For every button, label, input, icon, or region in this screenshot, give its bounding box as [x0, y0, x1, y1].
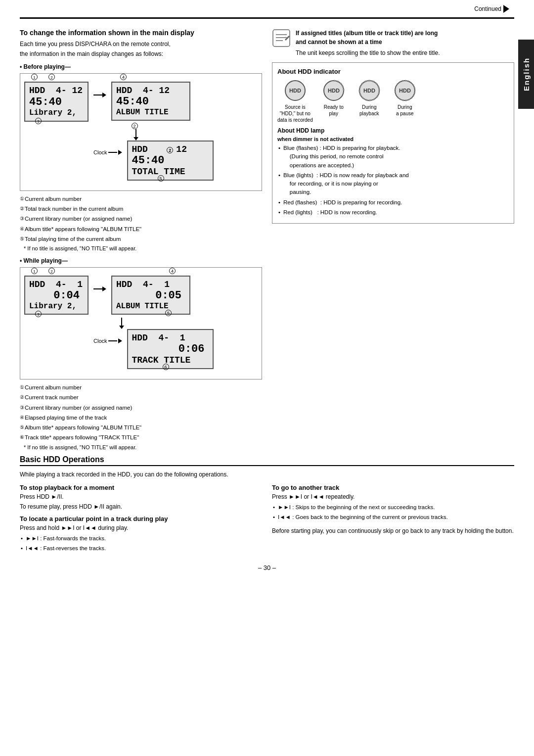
hdd-icon-2: HDD	[322, 79, 345, 102]
disp-desc2: the information in the main display chan…	[20, 49, 262, 58]
basic-hdd-title: Basic HDD Operations	[20, 455, 514, 464]
before-notes-list: Current album number Total track number …	[20, 195, 262, 243]
left-column: To change the information shown in the m…	[20, 29, 262, 450]
locate-item-2: I◄◄ : Fast-reverses the tracks.	[20, 544, 262, 553]
continued-arrow-icon	[503, 5, 509, 13]
hdd-indicator-box: About HDD indicator HDD Source is"HDD," …	[272, 62, 514, 224]
circle-5: 5	[158, 175, 164, 182]
notes-box: If assigned titles (album title or track…	[272, 29, 514, 57]
hdd-icons-row: HDD Source is"HDD," but nodata is record…	[277, 79, 509, 123]
basic-right: To go to another track Press ►►I or I◄◄ …	[272, 484, 514, 555]
circle-1: 1	[31, 74, 38, 80]
circle-2c: 2	[167, 147, 173, 153]
while-lcd2: HDD 4- 1 0:05 ALBUM TITLE	[111, 276, 190, 315]
goto-press: Press ►►I or I◄◄ repeatedly.	[272, 493, 514, 500]
circle-3: 3	[35, 118, 42, 124]
while-note-6: Track title* appears following "TRACK TI…	[20, 433, 262, 442]
goto-item-1: ►►I : Skips to the beginning of the next…	[272, 503, 514, 512]
locate-item-1: ►►I : Fast-forwards the tracks.	[20, 534, 262, 543]
before-starting: Before starting play, you can continuous…	[272, 526, 514, 535]
hdd-icon-3: HDD	[358, 79, 381, 102]
stop-press: Press HDD ►/II.	[20, 493, 262, 500]
wcircle-4: 4	[169, 268, 176, 274]
hdd-lamp-item-3: Red (flashes) : HDD is preparing for rec…	[277, 198, 509, 207]
locate-list: ►►I : Fast-forwards the tracks. I◄◄ : Fa…	[20, 534, 262, 553]
clock-label-while: Clock	[93, 338, 107, 344]
before-asterisk: * If no title is assigned, "NO TITLE" wi…	[24, 245, 262, 251]
before-lcd1: HDD 4- 12 45:40 Library 2,	[24, 82, 89, 122]
resume-text: To resume play, press HDD ►/II again.	[20, 503, 262, 510]
notes-icon	[272, 29, 291, 47]
circle-4: 4	[120, 74, 127, 80]
while-note-4: Elapsed playing time of the track	[20, 414, 262, 422]
while-lcd1: HDD 4- 1 0:04 Library 2,	[24, 276, 89, 315]
hdd-lamp-item-1: Blue (flashes) : HDD is preparing for pl…	[277, 144, 509, 170]
before-note-5: Total playing time of the current album	[20, 235, 262, 243]
before-lcd3: HDD 2 12 45:40 TOTAL TIME 5	[127, 141, 214, 181]
wcircle-1: 1	[31, 268, 38, 274]
svg-text:HDD: HDD	[289, 88, 301, 94]
while-note-1: Current album number	[20, 383, 262, 392]
while-note-5: Album title* appears following "ALBUM TI…	[20, 424, 262, 432]
page-number: – 30 –	[0, 554, 534, 576]
right-column: If assigned titles (album title or track…	[272, 29, 514, 450]
before-note-1: Current album number	[20, 195, 262, 203]
clock-label: Clock	[93, 149, 107, 155]
hdd-icon-playback: HDD Duringplayback	[355, 79, 384, 117]
hdd-lamp-list: Blue (flashes) : HDD is preparing for pl…	[277, 144, 509, 217]
wcircle-2: 2	[48, 268, 55, 274]
before-playing-lcd-section: 1 2 HDD 4- 12 45:40 Library 2, 3	[20, 73, 262, 191]
hdd-lamp-subtitle: when dimmer is not activated	[277, 136, 509, 142]
circle-2: 2	[48, 74, 55, 80]
svg-marker-4	[285, 36, 290, 41]
goto-list: ►►I : Skips to the beginning of the next…	[272, 503, 514, 522]
before-note-3: Current library number (or assigned name…	[20, 215, 262, 223]
before-note-2: Total track number in the current album	[20, 205, 262, 213]
hdd-lamp-section: About HDD lamp when dimmer is not activa…	[277, 127, 509, 217]
locate-press: Press and hold ►►I or I◄◄ during play.	[20, 524, 262, 531]
continued-text: Continued	[474, 5, 501, 12]
stop-title: To stop playback for a moment	[20, 484, 262, 491]
disp-desc1: Each time you press DISP/CHARA on the re…	[20, 40, 262, 48]
wcircle-3: 3	[35, 311, 42, 317]
basic-hdd-desc: While playing a track recorded in the HD…	[20, 470, 514, 479]
while-asterisk: * If no title is assigned, "NO TITLE" wi…	[24, 444, 262, 450]
while-note-2: Current track number	[20, 393, 262, 402]
while-notes-list: Current album number Current track numbe…	[20, 383, 262, 442]
basic-hdd-rule	[20, 465, 514, 466]
while-note-3: Current library number (or assigned name…	[20, 404, 262, 412]
before-lcd2: HDD 4- 12 45:40 ALBUM TITLE	[111, 82, 190, 121]
continued-label: Continued	[474, 5, 509, 13]
hdd-icon-pause: HDD Duringa pause	[390, 79, 420, 117]
while-lcd3: HDD 4- 1 0:06 TRACK TITLE 6	[127, 329, 214, 369]
hdd-icon-4: HDD	[394, 79, 416, 102]
hdd-lamp-item-2: Blue (lights) : HDD is now ready for pla…	[277, 171, 509, 197]
before-playing-label: • Before playing—	[20, 63, 262, 70]
svg-text:HDD: HDD	[328, 88, 340, 94]
circle-2b: 2	[132, 123, 138, 129]
basic-hdd-section: Basic HDD Operations While playing a tra…	[0, 455, 534, 555]
hdd-icon-ready: HDD Ready toplay	[319, 79, 349, 117]
wcircle-6: 6	[163, 364, 169, 370]
before-note-4: Album title* appears following "ALBUM TI…	[20, 225, 262, 234]
goto-title: To go to another track	[272, 484, 514, 491]
while-playing-lcd-section: 1 2 HDD 4- 1 0:04 Library 2, 3	[20, 267, 262, 379]
hdd-lamp-title: About HDD lamp	[277, 127, 509, 134]
disp-section-title: To change the information shown in the m…	[20, 29, 262, 37]
svg-text:HDD: HDD	[399, 88, 411, 94]
goto-item-2: I◄◄ : Goes back to the beginning of the …	[272, 513, 514, 521]
while-playing-label: • While playing—	[20, 257, 262, 264]
hdd-icon-1: HDD	[284, 79, 307, 102]
content-columns: To change the information shown in the m…	[0, 19, 534, 450]
hdd-lamp-item-4: Red (lights) : HDD is now recording.	[277, 208, 509, 217]
svg-text:HDD: HDD	[363, 88, 375, 94]
wcircle-5: 5	[165, 310, 172, 316]
english-tab: English	[518, 40, 534, 109]
hdd-indicator-title: About HDD indicator	[277, 68, 509, 75]
locate-title: To locate a particular point in a track …	[20, 515, 262, 522]
basic-left: To stop playback for a moment Press HDD …	[20, 484, 262, 555]
notes-text: If assigned titles (album title or track…	[296, 29, 440, 57]
top-bar: Continued	[0, 0, 534, 15]
basic-hdd-columns: To stop playback for a moment Press HDD …	[20, 484, 514, 555]
hdd-icon-source: HDD Source is"HDD," but nodata is record…	[277, 79, 313, 123]
